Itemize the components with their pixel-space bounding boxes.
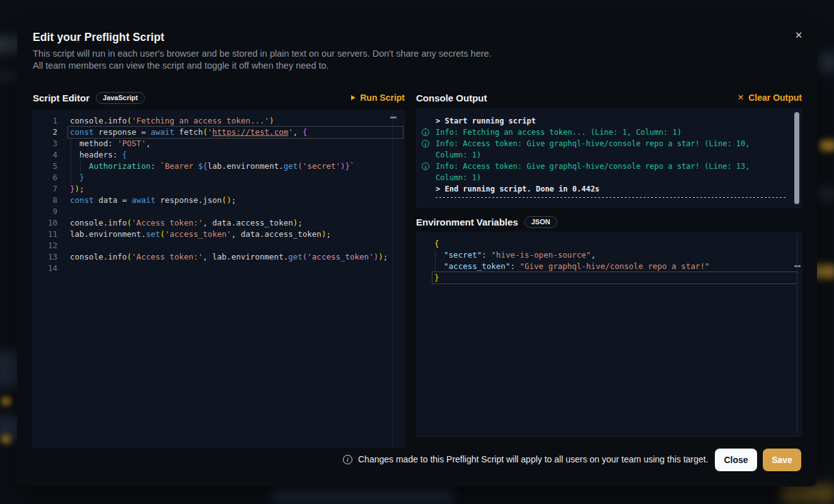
background-blob	[1, 397, 11, 406]
environment-variables-header: Environment Variables JSON	[416, 214, 802, 230]
line-number: 14	[33, 263, 57, 274]
console-output-heading: Console Output	[416, 93, 487, 103]
code-line: 5 Authorization: `Bearer ${lab.environme…	[33, 161, 404, 172]
console-text: Info: Access token: Give graphql-hive/co…	[436, 162, 755, 182]
code-line: "secret": "hive-is-open-source",	[417, 249, 801, 261]
overview-cursor-marker	[390, 117, 397, 118]
background-blob	[817, 189, 834, 199]
console-text: Info: Access token: Give graphql-hive/co…	[436, 139, 755, 159]
console-separator	[436, 197, 786, 198]
console-text: > Start running script	[436, 117, 536, 125]
code-line: 9	[33, 206, 404, 217]
code-line: 13console.info('Access token:', lab.envi…	[33, 251, 404, 263]
code-line: 1console.info('Fetching an access token.…	[33, 115, 404, 127]
line-number: 12	[33, 240, 57, 251]
code-line: 8const data = await response.json();	[33, 195, 404, 206]
line-number: 4	[33, 149, 57, 161]
preflight-script-modal: ✕ Edit your Preflight Script This script…	[17, 18, 817, 486]
code-line: 2const response = await fetch('https://t…	[33, 127, 404, 138]
environment-variables-heading: Environment Variables	[416, 217, 518, 227]
code-line: 7});	[33, 183, 404, 195]
line-number: 3	[33, 138, 57, 149]
info-icon: i	[343, 455, 352, 464]
line-number: 2	[33, 127, 57, 138]
info-icon: i	[422, 163, 429, 170]
console-line: iInfo: Fetching an access token... (Line…	[417, 127, 801, 138]
code-line: 6 }	[33, 172, 404, 183]
code-line: }	[417, 272, 801, 284]
code-line: {	[417, 238, 801, 249]
console-output-panel[interactable]: > Start running scriptiInfo: Fetching an…	[416, 108, 802, 208]
background-blob	[820, 140, 834, 151]
background-blob	[782, 484, 834, 503]
console-scrollbar[interactable]	[794, 112, 799, 204]
modal-description: This script will run in each user's brow…	[33, 48, 492, 72]
save-button[interactable]: Save	[763, 449, 801, 471]
code-line: 10console.info('Access token:', data.acc…	[33, 217, 404, 229]
background-blob	[1, 435, 11, 444]
code-line: "access_token": "Give graphql-hive/conso…	[417, 261, 801, 272]
code-line: 3 method: 'POST',	[33, 138, 404, 149]
line-number: 5	[33, 161, 57, 172]
play-icon	[351, 95, 356, 100]
info-icon: i	[422, 140, 429, 147]
clear-icon: ✕	[738, 94, 744, 102]
script-editor-heading: Script Editor	[33, 93, 90, 103]
code-line: 12	[33, 240, 404, 251]
javascript-badge: JavaScript	[96, 92, 145, 104]
console-line: iInfo: Access token: Give graphql-hive/c…	[417, 138, 801, 161]
script-editor[interactable]: 1console.info('Fetching an access token.…	[33, 110, 405, 447]
line-number: 1	[33, 115, 57, 127]
console-text: Info: Fetching an access token... (Line:…	[436, 128, 681, 137]
line-number: 10	[33, 217, 57, 229]
run-script-button[interactable]: Run Script	[351, 93, 405, 103]
info-icon: i	[422, 129, 429, 136]
console-text: > End running script. Done in 0.442s	[436, 185, 599, 193]
line-number: 9	[33, 206, 57, 217]
console-line: > Start running script	[417, 115, 801, 127]
json-badge: JSON	[524, 216, 557, 228]
line-number: 13	[33, 251, 57, 263]
clear-output-label: Clear Output	[748, 93, 802, 103]
description-line: All team members can view the script and…	[33, 60, 329, 71]
line-number: 11	[33, 229, 57, 240]
environment-variables-editor[interactable]: { "secret": "hive-is-open-source", "acce…	[416, 232, 802, 437]
close-icon[interactable]: ✕	[791, 27, 807, 43]
line-number: 8	[33, 195, 57, 206]
modal-title: Edit your Preflight Script	[33, 31, 165, 44]
console-output-header: Console Output ✕ Clear Output	[416, 89, 802, 106]
clear-output-button[interactable]: ✕ Clear Output	[738, 93, 802, 103]
background-blob	[818, 52, 834, 73]
description-line: This script will run in each user's brow…	[33, 49, 492, 59]
run-script-label: Run Script	[360, 93, 405, 103]
footer-note-text: Changes made to this Preflight Script wi…	[358, 454, 709, 464]
script-editor-header: Script Editor JavaScript Run Script	[33, 89, 405, 106]
code-line: 14	[33, 263, 404, 274]
background-blob	[271, 489, 454, 503]
code-line: 4 headers: {	[33, 149, 404, 161]
close-button[interactable]: Close	[715, 449, 757, 471]
overview-marker	[794, 265, 801, 267]
code-line: 11lab.environment.set('access_token', da…	[33, 229, 404, 240]
console-line: > End running script. Done in 0.442s	[417, 183, 801, 195]
line-number: 6	[33, 172, 57, 183]
footer-note: i Changes made to this Preflight Script …	[343, 454, 709, 464]
console-line: iInfo: Access token: Give graphql-hive/c…	[417, 161, 801, 183]
line-number: 7	[33, 183, 57, 195]
